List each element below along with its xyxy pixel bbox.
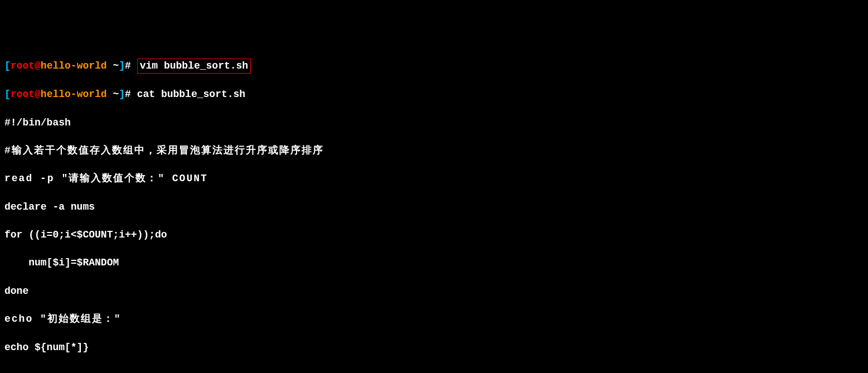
- highlighted-command: vim bubble_sort.sh: [137, 59, 251, 74]
- cat-command: cat bubble_sort.sh: [137, 89, 245, 100]
- at-sign: @: [35, 60, 41, 71]
- user: root: [11, 60, 35, 71]
- prompt-hash: #: [125, 60, 137, 71]
- bracket-close: ]: [119, 89, 125, 100]
- at-sign: @: [35, 89, 41, 100]
- hostname: hello-world: [41, 60, 107, 71]
- script-line: num[$i]=$RANDOM: [4, 256, 864, 270]
- prompt-line-1[interactable]: [root@hello-world ~]# vim bubble_sort.sh: [4, 59, 864, 74]
- bracket-open: [: [4, 89, 11, 100]
- path: ~: [107, 60, 119, 71]
- path: ~: [107, 89, 119, 100]
- hostname: hello-world: [41, 89, 107, 100]
- prompt-line-2[interactable]: [root@hello-world ~]# cat bubble_sort.sh: [4, 88, 864, 101]
- script-line: echo "初始数组是：": [4, 312, 864, 326]
- script-line: for ((i=0;i<$COUNT;i++));do: [4, 228, 864, 242]
- bracket-close: ]: [119, 60, 125, 71]
- prompt-hash: #: [125, 89, 137, 100]
- script-line: #!/bin/bash: [4, 116, 864, 130]
- script-line: read -p "请输入数值个数：" COUNT: [4, 172, 864, 186]
- script-line: echo ${num[*]}: [4, 341, 864, 355]
- script-line: done: [4, 284, 864, 298]
- vim-command: vim bubble_sort.sh: [140, 60, 248, 71]
- bracket-open: [: [4, 60, 11, 71]
- script-line: declare -a nums: [4, 200, 864, 214]
- script-line: #输入若干个数值存入数组中，采用冒泡算法进行升序或降序排序: [4, 144, 864, 158]
- user: root: [11, 89, 35, 100]
